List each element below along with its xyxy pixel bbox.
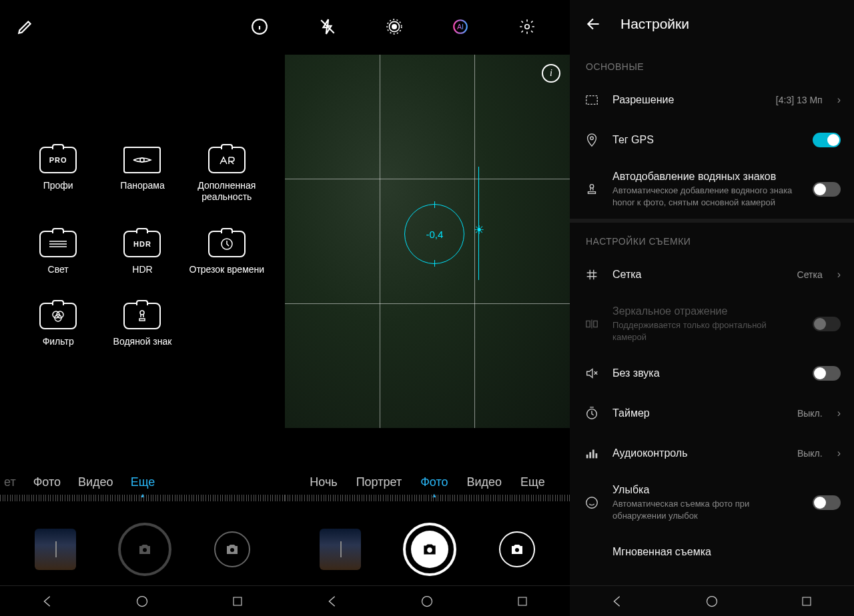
toggle-watermark[interactable]: [813, 182, 841, 197]
mute-icon: [583, 366, 600, 381]
panel-settings: Настройки ОСНОВНЫЕ Разрешение [4:3] 13 М…: [570, 0, 854, 616]
setting-mute[interactable]: Без звука: [570, 353, 854, 393]
section-basic-label: ОСНОВНЫЕ: [570, 48, 854, 80]
svg-rect-21: [586, 96, 598, 105]
svg-rect-20: [518, 597, 526, 605]
toggle-smile[interactable]: [813, 495, 841, 510]
exposure-sun-icon[interactable]: ☀: [474, 223, 484, 237]
tab-more[interactable]: Еще: [520, 475, 545, 489]
nav-recent-icon[interactable]: [514, 593, 531, 610]
svg-point-8: [230, 548, 234, 552]
viewfinder-info-icon[interactable]: i: [542, 64, 560, 83]
setting-grid[interactable]: Сетка Сетка ›: [570, 255, 854, 295]
gallery-thumb[interactable]: [320, 529, 361, 570]
navbar: [285, 585, 570, 616]
focus-ring[interactable]: -0,4: [404, 204, 464, 264]
nav-home-icon[interactable]: [703, 593, 721, 610]
mode-hdr[interactable]: HDR HDR: [100, 231, 184, 275]
grid-icon: [583, 267, 600, 282]
shutter-button[interactable]: [118, 523, 171, 576]
svg-point-11: [392, 25, 396, 29]
tab-photo[interactable]: Фото: [33, 475, 61, 489]
mode-label: HDR: [132, 264, 152, 275]
tab-portrait[interactable]: Портрет: [356, 475, 402, 489]
svg-point-1: [140, 158, 144, 162]
setting-value: Выкл.: [797, 408, 823, 419]
navbar: [570, 585, 854, 616]
setting-watermark-auto[interactable]: Автодобавление водяных знаков Автоматиче…: [570, 160, 854, 219]
switch-camera-button[interactable]: [214, 531, 250, 567]
svg-rect-30: [596, 453, 598, 458]
bottom-controls-left: [0, 523, 285, 576]
ruler: [0, 495, 285, 504]
setting-mirror: Зеркальное отражение Поддерживается толь…: [570, 295, 854, 353]
nav-back-icon[interactable]: [39, 593, 56, 610]
nav-back-icon[interactable]: [608, 593, 626, 610]
svg-rect-28: [589, 452, 591, 458]
nav-back-icon[interactable]: [324, 593, 341, 610]
nav-recent-icon[interactable]: [798, 593, 815, 610]
svg-point-17: [428, 547, 433, 553]
tab-video[interactable]: Видео: [467, 475, 502, 489]
svg-text:AI: AI: [457, 23, 464, 31]
toggle-mute[interactable]: [813, 366, 841, 381]
setting-label: Сетка: [612, 269, 785, 281]
switch-camera-button[interactable]: [499, 531, 535, 567]
tab-video[interactable]: Видео: [78, 475, 113, 489]
mode-watermark[interactable]: Водяной знак: [100, 303, 184, 347]
ai-icon[interactable]: AI: [447, 13, 474, 40]
setting-sublabel: Автоматическая съемка фото при обнаружен…: [612, 498, 801, 521]
panel-camera-modes: PRO Профи Панорама Дополненная реальност…: [0, 0, 285, 616]
setting-label: Мгновенная съемка: [612, 546, 841, 558]
grid-line: [380, 55, 380, 428]
setting-label: Зеркальное отражение: [612, 305, 801, 317]
setting-sublabel: Поддерживается только фронтальной камеро…: [612, 319, 801, 343]
stamp-icon: [583, 182, 600, 197]
nav-home-icon[interactable]: [418, 593, 436, 610]
setting-label: Таймер: [612, 407, 785, 419]
setting-instant[interactable]: Мгновенная съемка: [570, 532, 854, 572]
live-photo-icon[interactable]: [381, 13, 408, 40]
setting-smile[interactable]: Улыбка Автоматическая съемка фото при об…: [570, 473, 854, 532]
nav-home-icon[interactable]: [133, 593, 151, 610]
chevron-right-icon: ›: [837, 94, 841, 106]
mode-timelapse[interactable]: Отрезок времени: [185, 231, 269, 275]
toggle-gps[interactable]: [813, 133, 841, 147]
mode-pro[interactable]: PRO Профи: [16, 147, 100, 203]
settings-body[interactable]: ОСНОВНЫЕ Разрешение [4:3] 13 Мп › Тег GP…: [570, 48, 854, 585]
info-icon[interactable]: [246, 13, 273, 40]
tab-photo[interactable]: Фото: [420, 475, 448, 489]
svg-rect-33: [803, 597, 811, 605]
hdr-badge: HDR: [133, 240, 151, 248]
mode-label: Панорама: [120, 180, 164, 191]
flash-off-icon[interactable]: [314, 13, 341, 40]
pro-badge: PRO: [49, 156, 67, 164]
mode-panorama[interactable]: Панорама: [100, 147, 184, 203]
mode-light[interactable]: Свет: [16, 231, 100, 275]
svg-rect-25: [594, 321, 598, 327]
viewfinder[interactable]: i -0,4 ☀: [285, 55, 570, 428]
ruler: [285, 495, 570, 504]
tab-cut[interactable]: ет: [4, 475, 16, 489]
setting-timer[interactable]: Таймер Выкл. ›: [570, 393, 854, 433]
settings-gear-icon[interactable]: [514, 13, 540, 40]
setting-gps[interactable]: Тег GPS: [570, 120, 854, 160]
chevron-right-icon: ›: [837, 269, 841, 281]
location-icon: [583, 133, 600, 147]
tab-night[interactable]: Ночь: [310, 475, 337, 489]
mode-ar[interactable]: Дополненная реальность: [185, 147, 269, 203]
setting-audio[interactable]: Аудиоконтроль Выкл. ›: [570, 433, 854, 473]
shutter-button[interactable]: [403, 523, 456, 576]
back-arrow-icon[interactable]: [580, 11, 607, 37]
navbar: [0, 585, 285, 616]
mode-filter[interactable]: Фильтр: [16, 303, 100, 347]
mode-label: Фильтр: [43, 336, 74, 347]
svg-rect-29: [592, 450, 594, 459]
svg-point-22: [590, 137, 594, 140]
tab-more[interactable]: Еще: [131, 475, 155, 489]
edit-icon[interactable]: [12, 13, 39, 40]
nav-recent-icon[interactable]: [229, 593, 246, 610]
gallery-thumb[interactable]: [35, 529, 76, 570]
mode-label: Дополненная реальность: [187, 180, 267, 203]
setting-resolution[interactable]: Разрешение [4:3] 13 Мп ›: [570, 80, 854, 120]
